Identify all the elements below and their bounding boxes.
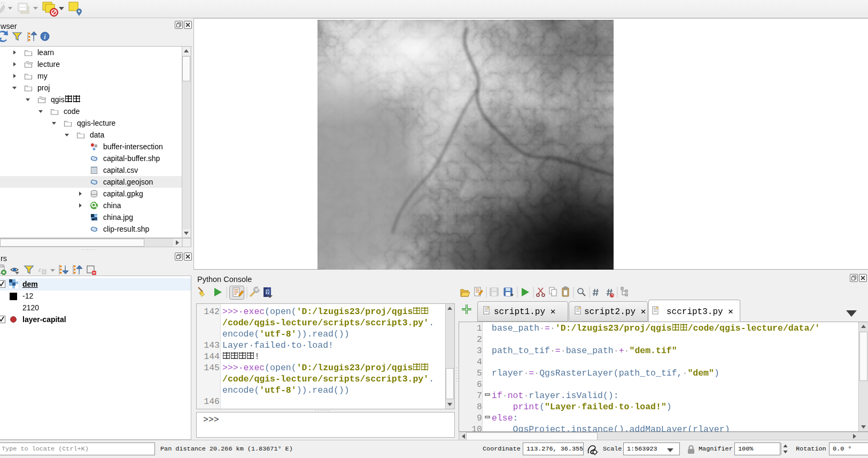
svg-text:?: ? [266, 289, 269, 295]
svg-text:ε: ε [38, 265, 42, 273]
